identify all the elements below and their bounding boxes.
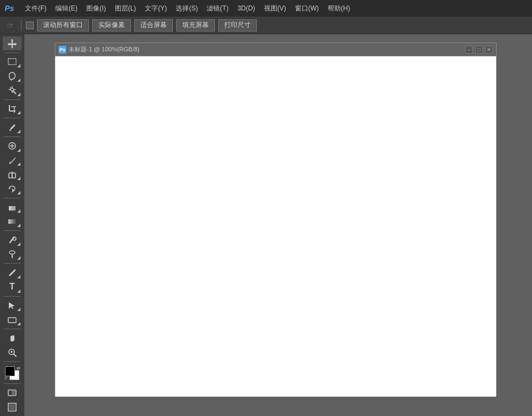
menu-bar: Ps 文件(F) 编辑(E) 图像(I) 图层(L) 文字(Y) 选择(S) 滤… [0, 0, 532, 17]
svg-point-25 [9, 251, 15, 254]
tool-dodge[interactable] [3, 248, 22, 261]
reset-colors-icon[interactable]: ↺ [4, 376, 8, 381]
svg-rect-37 [9, 404, 15, 410]
menu-file[interactable]: 文件(F) [21, 2, 50, 15]
svg-marker-1 [8, 39, 17, 48]
svg-rect-22 [11, 206, 15, 210]
svg-rect-23 [8, 219, 16, 224]
hand-options-icon: ☞ [4, 19, 17, 31]
menu-image[interactable]: 图像(I) [82, 2, 109, 15]
tool-lasso[interactable] [3, 69, 22, 83]
text-tool-icon: T [9, 282, 15, 292]
svg-line-31 [14, 354, 16, 356]
menu-view[interactable]: 视图(V) [260, 2, 290, 15]
tool-shape[interactable] [3, 313, 22, 327]
separator-1 [21, 20, 22, 31]
divider-4 [4, 136, 20, 137]
fit-screen-btn[interactable]: 适合屏幕 [134, 19, 173, 31]
tool-move[interactable] [3, 36, 22, 50]
tool-pen[interactable] [3, 266, 22, 280]
tool-marquee-rect[interactable] [3, 55, 22, 69]
menu-help[interactable]: 帮助(H) [324, 2, 354, 15]
tool-quick-mask[interactable] [3, 386, 22, 400]
divider-6 [4, 230, 20, 231]
tool-magic-wand[interactable] [3, 83, 22, 97]
tool-crop[interactable] [3, 102, 22, 116]
svg-rect-29 [8, 318, 16, 323]
scroll-all-btn[interactable]: 滚动所有窗口 [37, 19, 89, 31]
divider-8 [4, 296, 20, 297]
print-size-btn[interactable]: 打印尺寸 [218, 19, 257, 31]
menu-3d[interactable]: 3D(D) [234, 2, 259, 14]
svg-point-19 [9, 162, 12, 164]
tool-path-select[interactable] [3, 299, 22, 313]
tool-history-brush[interactable] [3, 182, 22, 196]
tool-gradient[interactable] [3, 214, 22, 228]
divider-5 [4, 198, 20, 198]
scroll-all-checkbox[interactable] [26, 22, 34, 29]
document-titlebar[interactable]: Ps 未标题-1 @ 100%(RGB/8) – □ ✕ [55, 43, 496, 56]
svg-rect-35 [12, 390, 16, 396]
tool-clone[interactable] [3, 167, 22, 181]
svg-point-10 [11, 88, 14, 91]
svg-line-8 [10, 87, 11, 88]
document-title: 未标题-1 @ 100%(RGB/8) [69, 45, 463, 54]
swap-colors-icon[interactable]: ⇄ [17, 366, 20, 371]
document-canvas[interactable] [55, 56, 496, 397]
tool-blur[interactable] [3, 233, 22, 247]
svg-rect-2 [8, 59, 16, 65]
svg-marker-20 [8, 187, 10, 189]
menu-text[interactable]: 文字(Y) [141, 2, 171, 15]
divider-11 [4, 383, 20, 384]
divider-10 [4, 361, 20, 362]
divider-7 [4, 263, 20, 264]
divider-1 [4, 52, 20, 53]
document-window: Ps 未标题-1 @ 100%(RGB/8) – □ ✕ [55, 43, 497, 396]
toolbar: T [0, 34, 24, 416]
canvas-area: Ps 未标题-1 @ 100%(RGB/8) – □ ✕ [24, 34, 532, 416]
main-layout: T [0, 34, 532, 416]
menu-filter[interactable]: 滤镜(T) [203, 2, 232, 15]
fill-screen-btn[interactable]: 填充屏幕 [176, 19, 215, 31]
foreground-color[interactable] [5, 366, 15, 376]
svg-point-27 [10, 275, 11, 276]
svg-marker-28 [9, 302, 15, 309]
menu-edit[interactable]: 编辑(E) [51, 2, 81, 15]
svg-rect-15 [9, 129, 11, 131]
maximize-button[interactable]: □ [475, 46, 483, 54]
divider-9 [4, 329, 20, 329]
divider-2 [4, 99, 20, 100]
menu-window[interactable]: 窗口(W) [291, 2, 323, 15]
tool-brush[interactable] [3, 154, 22, 167]
minimize-button[interactable]: – [465, 46, 473, 54]
tool-eyedropper[interactable] [3, 120, 22, 134]
doc-ps-icon: Ps [59, 46, 66, 54]
tool-screen-mode[interactable] [3, 400, 22, 414]
options-bar: ☞ 滚动所有窗口 实际像素 适合屏幕 填充屏幕 打印尺寸 [0, 17, 532, 34]
actual-pixels-btn[interactable]: 实际像素 [92, 19, 131, 31]
color-swatches[interactable]: ↺ ⇄ [3, 365, 22, 381]
ps-logo: Ps [2, 1, 17, 15]
menu-select[interactable]: 选择(S) [172, 2, 202, 15]
tool-zoom[interactable] [3, 346, 22, 360]
close-button[interactable]: ✕ [485, 46, 493, 54]
tool-healing[interactable] [3, 139, 22, 153]
tool-eraser[interactable] [3, 201, 22, 214]
tool-text[interactable]: T [3, 280, 22, 294]
divider-3 [4, 118, 20, 118]
menu-layer[interactable]: 图层(L) [111, 2, 140, 15]
tool-hand[interactable] [3, 331, 22, 345]
